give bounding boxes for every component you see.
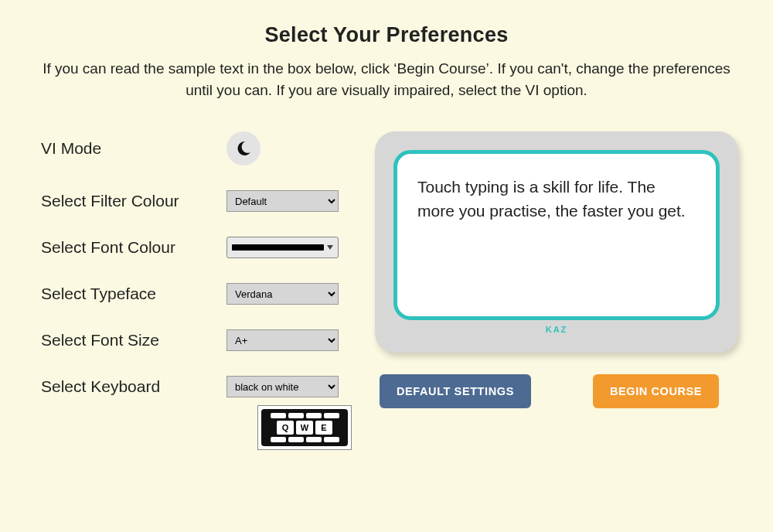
keyboard-key: E xyxy=(315,421,332,435)
preview-brand: KAZ xyxy=(393,325,720,334)
page-title: Select Your Preferences xyxy=(35,23,738,47)
default-settings-button[interactable]: DEFAULT SETTINGS xyxy=(380,374,531,408)
keyboard-select[interactable]: black on white xyxy=(226,376,339,397)
keyboard-key: Q xyxy=(277,421,294,435)
keyboard-key: W xyxy=(296,421,313,435)
keyboard-preview: Q W E xyxy=(257,405,352,450)
filter-colour-select[interactable]: Default xyxy=(226,190,339,212)
keyboard-label: Select Keyboard xyxy=(41,377,226,396)
typeface-label: Select Typeface xyxy=(41,285,226,303)
font-colour-swatch xyxy=(232,244,324,251)
font-colour-select[interactable] xyxy=(226,237,339,258)
filter-colour-label: Select Filter Colour xyxy=(41,192,226,210)
vi-mode-label: VI Mode xyxy=(41,139,226,158)
typeface-select[interactable]: Verdana xyxy=(226,283,339,305)
vi-mode-toggle[interactable] xyxy=(226,131,261,165)
font-colour-label: Select Font Colour xyxy=(41,238,226,257)
moon-icon xyxy=(234,139,253,158)
sample-text: Touch typing is a skill for life. The mo… xyxy=(417,178,686,219)
preferences-panel: VI Mode Select Filter Colour Default xyxy=(35,131,352,450)
font-size-select[interactable]: A+ xyxy=(226,329,339,351)
sample-text-box: Touch typing is a skill for life. The mo… xyxy=(393,150,720,320)
font-size-label: Select Font Size xyxy=(41,331,226,350)
page-subtitle: If you can read the sample text in the b… xyxy=(43,58,730,101)
sample-preview-frame: Touch typing is a skill for life. The mo… xyxy=(375,131,738,353)
begin-course-button[interactable]: BEGIN COURSE xyxy=(593,374,719,408)
